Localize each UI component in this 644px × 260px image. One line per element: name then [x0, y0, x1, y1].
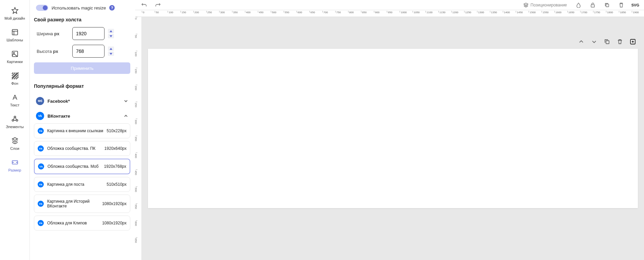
preset-name: Обложка сообщества. Моб [48, 164, 101, 169]
layers-icon [523, 2, 529, 8]
redo-icon [155, 2, 161, 8]
preset-external-link[interactable]: Vk Картинка к внешним ссылкам 510x228px [34, 123, 130, 138]
vk-icon: Vk [38, 201, 44, 207]
nav-my-design[interactable]: Мой дизайн [0, 3, 30, 24]
duplicate-page-button[interactable] [603, 37, 611, 47]
resize-icon [11, 159, 19, 166]
nav-templates[interactable]: Шаблоны [0, 24, 30, 46]
width-up-button[interactable] [108, 29, 114, 33]
svg-rect-9 [606, 41, 609, 44]
preset-clips[interactable]: Vk Обложка для Клипов 1080x1920px [34, 216, 130, 231]
nav-label: Текст [10, 103, 20, 107]
chevron-up-icon [578, 39, 584, 45]
canvas-page[interactable] [148, 49, 638, 208]
vk-icon: Vk [38, 163, 44, 169]
preset-stories[interactable]: Vk Картинка для Историй ВКонтакте 1080x1… [34, 195, 130, 213]
help-icon[interactable]: ? [109, 5, 115, 11]
undo-icon [141, 2, 147, 8]
magic-resize-label: Использовать magic resize [52, 5, 106, 11]
facebook-icon: Фб [36, 97, 44, 105]
size-panel: Использовать magic resize ? Свой размер … [30, 0, 135, 260]
plus-square-icon [630, 39, 636, 45]
chevron-down-icon [591, 39, 597, 45]
image-icon [11, 50, 19, 58]
droplet-icon [576, 2, 581, 8]
preset-post[interactable]: Vk Картинка для поста 510x510px [34, 177, 130, 192]
elements-icon [11, 115, 19, 123]
preset-size: 510x510px [107, 182, 127, 187]
vk-accordion[interactable]: Vk ВКонтакте [34, 108, 130, 123]
nav-layers[interactable]: Слои [0, 133, 30, 155]
page-up-button[interactable] [577, 37, 586, 47]
nav-text[interactable]: Текст [0, 89, 30, 111]
delete-button[interactable] [617, 1, 625, 9]
preset-cover-pc[interactable]: Vk Обложка сообщества. ПК 1920x640px [34, 141, 130, 156]
vk-icon: Vk [38, 145, 44, 152]
copy-icon [604, 2, 610, 8]
svg-rect-0 [12, 29, 18, 35]
vk-icon: Vk [38, 128, 44, 134]
preset-name: Картинка для Историй ВКонтакте [47, 199, 99, 208]
nav-label: Слои [10, 146, 19, 151]
trash-icon [617, 39, 623, 45]
opacity-button[interactable] [574, 1, 583, 9]
nav-label: Картинки [7, 60, 23, 64]
page-down-button[interactable] [590, 37, 599, 47]
nav-elements[interactable]: Элементы [0, 111, 30, 133]
nav-size[interactable]: Размер [0, 155, 30, 176]
preset-size: 1920x640px [105, 146, 127, 151]
popular-format-heading: Популярный формат [34, 83, 130, 89]
delete-page-button[interactable] [615, 37, 624, 47]
caret-up-icon [110, 30, 112, 32]
ruler-horizontal: 0501001502002503003504004505005506006507… [135, 10, 644, 17]
redo-button[interactable] [154, 1, 162, 9]
height-down-button[interactable] [108, 52, 114, 56]
preset-name: Обложка для Клипов [47, 221, 99, 225]
magic-resize-toggle[interactable] [36, 5, 48, 11]
preset-name: Картинка для поста [47, 182, 103, 187]
page-tools [577, 37, 637, 47]
svg-point-5 [16, 120, 18, 121]
facebook-accordion[interactable]: Фб Facebook* [34, 94, 130, 108]
svg-label: SVG [631, 3, 639, 7]
nav-label: Фон [11, 81, 18, 85]
nav-label: Шаблоны [6, 38, 23, 42]
ruler-vertical: 050100150200250300350400450500550600650 [135, 17, 142, 260]
caret-up-icon [110, 48, 112, 50]
height-label: Высота px [37, 49, 69, 54]
svg-point-4 [12, 120, 14, 121]
top-toolbar: Позиционирование SVG [135, 0, 644, 10]
vk-icon: Vk [38, 220, 44, 226]
text-icon [11, 94, 19, 101]
preset-size: 1080x1920px [102, 221, 127, 225]
height-input[interactable] [72, 45, 105, 58]
nav-images[interactable]: Картинки [0, 46, 30, 68]
width-input[interactable] [72, 27, 105, 40]
preset-size: 510x228px [107, 128, 127, 133]
lock-button[interactable] [589, 1, 597, 9]
positioning-button[interactable]: Позиционирование [522, 1, 568, 9]
svg-rect-7 [591, 5, 594, 7]
undo-button[interactable] [140, 1, 148, 9]
preset-cover-mobile[interactable]: Vk Обложка сообщества. Моб 1920x768px [34, 159, 130, 174]
trash-icon [619, 2, 624, 8]
width-label: Ширина px [37, 31, 69, 36]
preset-name: Картинка к внешним ссылкам [47, 128, 103, 133]
nav-background[interactable]: Фон [0, 68, 30, 89]
custom-size-heading: Свой размер холста [34, 17, 130, 22]
copy-button[interactable] [603, 1, 611, 9]
preset-name: Обложка сообщества. ПК [47, 146, 101, 151]
caret-down-icon [110, 35, 112, 37]
chevron-up-icon [124, 114, 128, 118]
stripes-icon [11, 72, 19, 79]
chevron-down-icon [124, 99, 128, 103]
add-page-button[interactable] [628, 37, 637, 47]
left-nav: Мой дизайн Шаблоны Картинки Фон Текст Эл… [0, 0, 30, 260]
apply-button[interactable]: Применить [34, 62, 130, 74]
vk-icon: Vk [38, 181, 44, 187]
svg-point-2 [13, 53, 14, 54]
width-down-button[interactable] [108, 34, 114, 38]
workspace[interactable] [142, 17, 644, 260]
copy-icon [604, 39, 610, 45]
height-up-button[interactable] [108, 46, 114, 51]
